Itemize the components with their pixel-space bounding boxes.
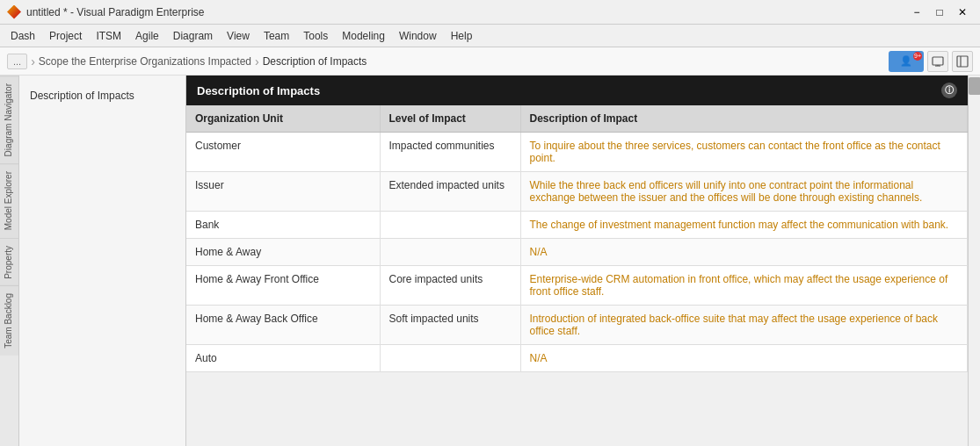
table-row: Home & Away Front Office Core impacted u… (186, 266, 968, 306)
cell-org-3: Home & Away (186, 239, 380, 266)
table-row: Home & Away N/A (186, 239, 968, 266)
titlebar-left: untitled * - Visual Paradigm Enterprise (7, 5, 205, 19)
panel-icon-button[interactable] (952, 51, 973, 72)
right-scrollbar[interactable] (968, 76, 980, 446)
section-header: Description of Impacts ⓘ (186, 76, 968, 105)
cell-desc-2: The change of investment management func… (520, 212, 968, 239)
info-icon[interactable]: ⓘ (941, 83, 957, 98)
maximize-button[interactable]: □ (929, 4, 950, 21)
cell-org-2: Bank (186, 212, 380, 239)
menu-modeling[interactable]: Modeling (335, 27, 392, 45)
table-row: Customer Impacted communities To inquire… (186, 133, 968, 172)
cell-desc-4: Enterprise-wide CRM automation in front … (520, 266, 968, 306)
cell-org-6: Auto (186, 345, 380, 372)
menu-dash[interactable]: Dash (4, 27, 42, 45)
left-sidebar: Diagram Navigator Model Explorer Propert… (0, 76, 19, 446)
col-header-level: Level of Impact (380, 105, 520, 133)
cell-org-4: Home & Away Front Office (186, 266, 380, 306)
menu-team[interactable]: Team (257, 27, 296, 45)
table-container: Organization Unit Level of Impact Descri… (186, 105, 968, 446)
table-header-row: Organization Unit Level of Impact Descri… (186, 105, 968, 133)
cell-level-3 (380, 239, 520, 266)
section-header-title: Description of Impacts (197, 84, 320, 97)
cell-level-6 (380, 345, 520, 372)
menu-view[interactable]: View (220, 27, 257, 45)
titlebar: untitled * - Visual Paradigm Enterprise … (0, 0, 980, 25)
left-panel-title: Description of Impacts (30, 90, 175, 102)
titlebar-controls: − □ ✕ (906, 4, 973, 21)
sidebar-tab-diagram-navigator[interactable]: Diagram Navigator (0, 76, 18, 163)
breadcrumb-item-1[interactable]: Scope the Enterprise Organizations Impac… (39, 54, 259, 68)
app-icon (7, 5, 21, 19)
cell-org-5: Home & Away Back Office (186, 306, 380, 345)
titlebar-title: untitled * - Visual Paradigm Enterprise (26, 6, 205, 18)
svg-rect-0 (933, 57, 943, 65)
col-header-org-unit: Organization Unit (186, 105, 380, 133)
cell-org-1: Issuer (186, 172, 380, 212)
menu-diagram[interactable]: Diagram (166, 27, 220, 45)
cell-level-2 (380, 212, 520, 239)
left-panel: Description of Impacts (19, 76, 186, 446)
main-layout: Diagram Navigator Model Explorer Propert… (0, 76, 980, 446)
menu-help[interactable]: Help (444, 27, 480, 45)
cell-desc-6: N/A (520, 345, 968, 372)
table-row: Home & Away Back Office Soft impacted un… (186, 306, 968, 345)
menu-itsm[interactable]: ITSM (89, 27, 128, 45)
cell-level-1: Extended impacted units (380, 172, 520, 212)
menu-project[interactable]: Project (42, 27, 89, 45)
cell-desc-0: To inquire about the three services, cus… (520, 133, 968, 172)
content-area: Description of Impacts Description of Im… (19, 76, 980, 446)
menu-agile[interactable]: Agile (128, 27, 166, 45)
col-header-description: Description of Impact (520, 105, 968, 133)
menu-window[interactable]: Window (392, 27, 444, 45)
breadcrumb-sep1: › (31, 54, 35, 68)
close-button[interactable]: ✕ (952, 4, 973, 21)
breadcrumb-back-button[interactable]: ... (7, 54, 27, 69)
cell-desc-1: While the three back end officers will u… (520, 172, 968, 212)
team-icon-button[interactable]: 👤 9+ (889, 51, 924, 72)
table-row: Bank The change of investment management… (186, 212, 968, 239)
cell-level-5: Soft impacted units (380, 306, 520, 345)
svg-rect-3 (957, 56, 968, 67)
table-row: Auto N/A (186, 345, 968, 372)
cell-desc-5: Introduction of integrated back-office s… (520, 306, 968, 345)
cell-level-4: Core impacted units (380, 266, 520, 306)
impacts-table: Organization Unit Level of Impact Descri… (186, 105, 968, 372)
menu-tools[interactable]: Tools (296, 27, 335, 45)
menubar: Dash Project ITSM Agile Diagram View Tea… (0, 25, 980, 47)
minimize-button[interactable]: − (906, 4, 927, 21)
main-content: Description of Impacts ⓘ Organization Un… (186, 76, 968, 446)
sidebar-tab-property[interactable]: Property (0, 238, 18, 286)
cell-org-0: Customer (186, 133, 380, 172)
display-icon-button[interactable] (927, 51, 948, 72)
breadcrumb-bar: ... › Scope the Enterprise Organizations… (0, 47, 980, 76)
breadcrumb-toolbar: 👤 9+ (889, 51, 973, 72)
cell-desc-3: N/A (520, 239, 968, 266)
breadcrumb-arrow: › (255, 54, 259, 68)
cell-level-0: Impacted communities (380, 133, 520, 172)
sidebar-tab-team-backlog[interactable]: Team Backlog (0, 285, 18, 356)
sidebar-tab-model-explorer[interactable]: Model Explorer (0, 163, 18, 237)
breadcrumb-current: Description of Impacts (263, 55, 367, 68)
table-row: Issuer Extended impacted units While the… (186, 172, 968, 212)
